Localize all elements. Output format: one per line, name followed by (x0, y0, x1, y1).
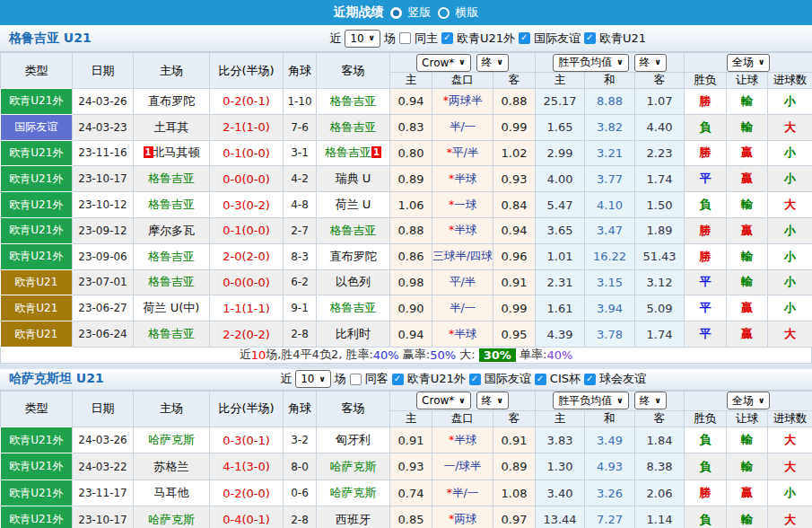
competition-label-2: 欧青U21 (599, 31, 646, 47)
sub-header-8: 进球数 (768, 73, 812, 89)
result-handicap: 贏 (727, 480, 768, 506)
score: 2-0(2-0) (210, 243, 284, 269)
sub-header-7: 让球 (727, 73, 768, 89)
corner-score: 8-0 (284, 453, 317, 480)
odds-time-select[interactable]: 终∨ (476, 54, 509, 72)
type-badge: 欧青U21外 (1, 192, 73, 218)
score: 4-1(3-0) (210, 453, 284, 480)
scope-select[interactable]: 全场∨ (727, 392, 770, 409)
match-date: 23-10-12 (73, 192, 134, 218)
result-handicap: 輸 (727, 269, 768, 295)
competition-label-2: CIS杯 (550, 371, 581, 387)
chevron-down-icon: ∨ (655, 58, 661, 66)
competition-checkbox-1[interactable] (519, 32, 530, 44)
chevron-down-icon: ∨ (458, 397, 465, 405)
competition-checkbox-3[interactable] (584, 374, 596, 385)
odds-away: 0.84 (493, 192, 536, 218)
competition-checkbox-0[interactable] (441, 32, 453, 44)
same-venue-checkbox[interactable] (350, 374, 362, 385)
type-badge: 欧青U21外 (1, 480, 73, 506)
avg-draw: 3.21 (585, 140, 635, 166)
result-handicap: 輸 (727, 453, 768, 480)
home-team-name: 荷兰 U(中) (144, 301, 200, 314)
sub-header-2: 客 (493, 410, 536, 427)
near-count-select[interactable]: 10∨ (295, 370, 331, 388)
match-date: 23-09-06 (73, 243, 134, 269)
handicap-value: 半球 (454, 223, 476, 236)
sub-header-6: 胜负 (685, 410, 727, 427)
games-label: 场 (384, 31, 396, 47)
bookmaker-select[interactable]: Crow*∨ (416, 392, 471, 409)
competition-checkbox-2[interactable] (584, 32, 596, 44)
avg-away: 2.23 (635, 140, 685, 166)
bookmaker-select-value: Crow* (422, 394, 454, 407)
section-header-0: 格鲁吉亚 U21近10∨场同主欧青U21外国际友谊欧青U21 (0, 25, 812, 52)
handicap-value: 一球 (454, 198, 476, 211)
avg-type-select[interactable]: 胜平负均值∨ (553, 392, 628, 409)
bookmaker-select[interactable]: Crow*∨ (416, 54, 471, 72)
corner-score: 1-10 (284, 89, 317, 115)
col-header-5: 客场 (317, 53, 390, 89)
chevron-down-icon: ∨ (369, 34, 375, 42)
corner-score: 2-7 (284, 217, 317, 243)
same-venue-label: 同主 (415, 31, 438, 47)
home-team: 格鲁吉亚 (134, 321, 210, 348)
odds-away: 0.95 (493, 321, 536, 348)
handicap: 半/一 (432, 114, 493, 140)
horizontal-layout-radio[interactable] (438, 7, 450, 19)
avg-away: 1.89 (635, 217, 685, 243)
odds-home: 0.80 (390, 140, 432, 166)
competition-checkbox-2[interactable] (535, 374, 546, 385)
home-team-name: 哈萨克斯 (148, 513, 195, 526)
match-date: 23-07-01 (73, 269, 134, 295)
match-date: 24-03-26 (73, 427, 134, 453)
corner-score: 4-2 (284, 166, 317, 192)
sub-header-1: 盘口 (432, 73, 493, 89)
away-team: 哈萨克斯 (317, 480, 390, 506)
horizontal-layout-label[interactable]: 横版 (456, 4, 479, 21)
match-date: 24-03-26 (73, 89, 134, 115)
result-handicap: 贏 (727, 295, 768, 321)
avg-type-select[interactable]: 胜平负均值∨ (553, 54, 628, 72)
halftime-score: (0-0) (241, 146, 269, 160)
fulltime-score: 0-3 (223, 198, 241, 212)
avg-time-select[interactable]: 终∨ (634, 392, 667, 409)
avg-away: 2.06 (635, 480, 685, 506)
home-team: 格鲁吉亚 (134, 243, 210, 269)
halftime-score: (0-2) (241, 198, 269, 212)
halftime-score: (3-0) (241, 460, 269, 473)
avg-home: 3.65 (536, 217, 585, 243)
avg-home: 13.44 (536, 506, 585, 528)
competition-checkbox-1[interactable] (469, 374, 481, 385)
result-outcome: 平 (685, 321, 727, 348)
avg-draw: 3.26 (585, 480, 635, 506)
same-venue-checkbox[interactable] (399, 32, 411, 44)
vertical-layout-label[interactable]: 竖版 (408, 4, 432, 21)
odds-time-select[interactable]: 终∨ (476, 392, 509, 409)
avg-time-select[interactable]: 终∨ (634, 54, 667, 72)
avg-draw: 4.10 (585, 192, 635, 218)
avg-draw: 3.78 (585, 321, 635, 348)
halftime-score: (2-0) (241, 250, 269, 263)
type-badge: 欧青U21外 (1, 140, 73, 166)
competition-label-0: 欧青U21外 (407, 371, 466, 387)
avg-home: 4.39 (536, 321, 585, 348)
handicap-value: 半球 (454, 433, 476, 446)
fulltime-score: 2-0 (223, 250, 241, 263)
competition-label-0: 欧青U21外 (457, 31, 515, 47)
result-goals: 小 (768, 140, 812, 166)
halftime-score: (0-0) (241, 224, 269, 237)
scope-select[interactable]: 全场∨ (727, 54, 770, 72)
home-team: 格鲁吉亚 (134, 166, 210, 192)
vertical-layout-radio[interactable] (390, 7, 402, 19)
col-header-4: 角球 (284, 391, 317, 427)
competition-checkbox-0[interactable] (392, 374, 404, 385)
home-team: 格鲁吉亚 (134, 192, 210, 218)
sub-header-5: 客 (635, 73, 685, 89)
col-header-4: 角球 (284, 53, 317, 89)
odds-home: 1.06 (390, 192, 432, 218)
near-count-select[interactable]: 10∨ (345, 30, 380, 48)
corner-score: 3-1 (284, 140, 317, 166)
col-header-0: 类型 (1, 53, 73, 89)
chevron-down-icon: ∨ (758, 397, 764, 405)
